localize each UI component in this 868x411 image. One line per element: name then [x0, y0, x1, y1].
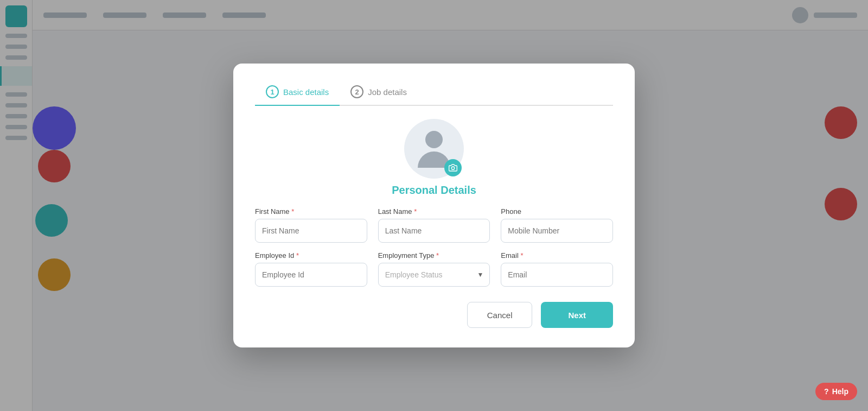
tab-job-details[interactable]: 2 Job details [340, 80, 418, 105]
svg-point-0 [451, 167, 454, 169]
employment-type-required: * [434, 251, 439, 260]
modal-container: 1 Basic details 2 Job details Perso [233, 64, 635, 347]
email-required: * [519, 251, 524, 260]
phone-label: Phone [501, 207, 613, 216]
avatar-section: Personal Details [255, 119, 613, 197]
tab-basic-details[interactable]: 1 Basic details [255, 80, 340, 106]
employment-type-select-wrapper: Employee Status Full Time Part Time Cont… [378, 263, 490, 287]
email-group: Email * [501, 251, 613, 287]
first-name-group: First Name * [255, 207, 367, 243]
last-name-label: Last Name * [378, 207, 490, 216]
employee-id-required: * [294, 251, 299, 260]
camera-button[interactable] [444, 159, 462, 176]
modal-tabs: 1 Basic details 2 Job details [255, 80, 613, 106]
tab-job-label: Job details [368, 87, 407, 97]
last-name-input[interactable] [378, 219, 490, 243]
modal-overlay: 1 Basic details 2 Job details Perso [0, 0, 868, 411]
form-grid: First Name * Last Name * Phone Employee … [255, 207, 613, 287]
employment-type-group: Employment Type * Employee Status Full T… [378, 251, 490, 287]
help-icon: ? [824, 387, 829, 396]
employment-type-label: Employment Type * [378, 251, 490, 260]
tab-basic-label: Basic details [283, 87, 329, 97]
cancel-button[interactable]: Cancel [467, 302, 533, 328]
first-name-input[interactable] [255, 219, 367, 243]
phone-group: Phone [501, 207, 613, 243]
email-label: Email * [501, 251, 613, 260]
employee-id-group: Employee Id * [255, 251, 367, 287]
modal-footer: Cancel Next [255, 302, 613, 328]
phone-input[interactable] [501, 219, 613, 243]
section-title: Personal Details [392, 184, 476, 197]
employee-id-input[interactable] [255, 263, 367, 287]
avatar-head [425, 131, 443, 148]
help-button[interactable]: ? Help [815, 383, 857, 400]
employee-id-label: Employee Id * [255, 251, 367, 260]
first-name-label: First Name * [255, 207, 367, 216]
next-button[interactable]: Next [541, 302, 613, 328]
last-name-group: Last Name * [378, 207, 490, 243]
last-name-required: * [412, 207, 417, 216]
tab-job-number: 2 [350, 85, 363, 98]
help-label: Help [832, 387, 848, 396]
tab-basic-number: 1 [266, 85, 279, 98]
email-input[interactable] [501, 263, 613, 287]
employment-type-select[interactable]: Employee Status Full Time Part Time Cont… [378, 263, 490, 287]
first-name-required: * [290, 207, 295, 216]
avatar-circle [404, 119, 464, 179]
